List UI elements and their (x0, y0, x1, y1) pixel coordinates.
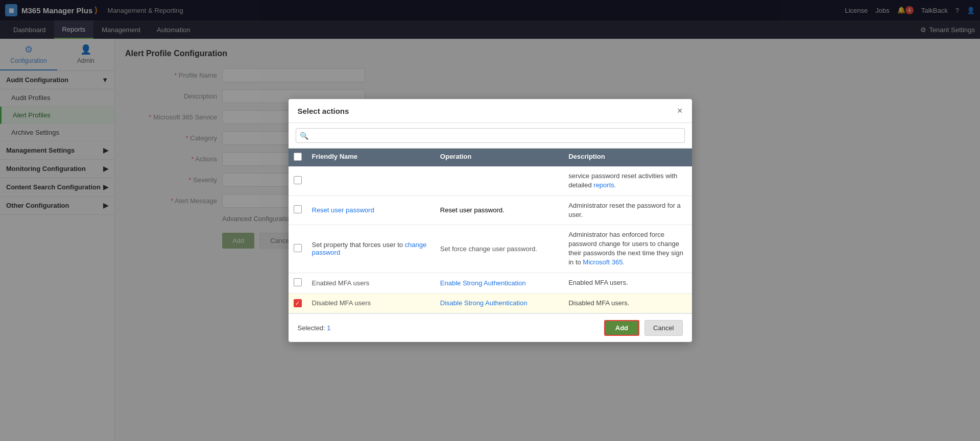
row0-checkbox[interactable] (294, 176, 302, 184)
row1-friendly-name[interactable]: Reset user password (307, 206, 435, 214)
modal-search-area: 🔍 (289, 123, 692, 149)
selected-info: Selected: 1 (298, 324, 331, 332)
table-row: Set property that forces user to change … (289, 225, 692, 273)
row1-description: Administrator reset the password for a u… (563, 201, 691, 219)
reports-link[interactable]: reports. (593, 181, 616, 189)
row1-checkbox[interactable] (294, 205, 302, 213)
row3-checkbox-cell (289, 278, 307, 288)
select-all-checkbox[interactable] (294, 153, 302, 161)
modal-cancel-button[interactable]: Cancel (644, 320, 682, 336)
row3-description: Enabled MFA users. (563, 278, 691, 287)
row3-friendly-name[interactable]: Enabled MFA users (307, 279, 435, 287)
row4-checkbox-cell: ✓ (289, 299, 307, 308)
table-row: service password reset activities with d… (289, 166, 692, 195)
modal-header: Select actions × (289, 99, 692, 123)
row4-friendly-name[interactable]: Disabled MFA users (307, 299, 435, 307)
row3-operation: Enable Strong Authentication (435, 279, 563, 287)
row1-checkbox-cell (289, 205, 307, 215)
ms365-link[interactable]: Microsoft 365. (583, 258, 625, 266)
row2-operation: Set force change user password. (435, 245, 563, 253)
row2-description: Administrator has enforced force passwor… (563, 230, 691, 267)
table-row: Reset user password Reset user password.… (289, 196, 692, 225)
row4-operation: Disable Strong Authentication (435, 299, 563, 307)
header-operation: Operation (435, 153, 563, 162)
selected-count: 1 (327, 324, 330, 332)
table-row: ✓ Disabled MFA users Disable Strong Auth… (289, 293, 692, 313)
modal-close-button[interactable]: × (677, 106, 683, 115)
selected-label: Selected: (298, 324, 325, 332)
row0-description: service password reset activities with d… (563, 172, 691, 190)
row3-checkbox[interactable] (294, 278, 302, 286)
table-row: Enabled MFA users Enable Strong Authenti… (289, 273, 692, 293)
search-icon: 🔍 (300, 132, 308, 140)
row2-friendly-name: Set property that forces user to change … (307, 241, 435, 256)
search-wrap: 🔍 (296, 128, 685, 143)
modal-footer: Selected: 1 Add Cancel (289, 313, 692, 342)
header-friendly-name: Friendly Name (307, 153, 435, 162)
select-actions-modal: Select actions × 🔍 Friendly Name Operati… (289, 99, 692, 342)
modal-footer-buttons: Add Cancel (604, 320, 683, 336)
row1-operation: Reset user password. (435, 206, 563, 214)
modal-add-button[interactable]: Add (604, 320, 639, 336)
modal-table-header: Friendly Name Operation Description (289, 149, 692, 166)
modal-overlay: Select actions × 🔍 Friendly Name Operati… (0, 0, 980, 441)
modal-table-body: service password reset activities with d… (289, 166, 692, 313)
row0-checkbox-cell (289, 176, 307, 186)
row2-checkbox[interactable] (294, 244, 302, 252)
header-checkbox-col (289, 153, 307, 162)
row4-checkbox[interactable]: ✓ (294, 299, 302, 307)
row2-checkbox-cell (289, 244, 307, 254)
modal-title: Select actions (298, 107, 349, 115)
row2-name-prefix: Set property that forces user to (312, 241, 405, 249)
row4-description: Disabled MFA users. (563, 299, 691, 308)
modal-search-input[interactable] (296, 128, 685, 143)
header-description: Description (563, 153, 691, 162)
